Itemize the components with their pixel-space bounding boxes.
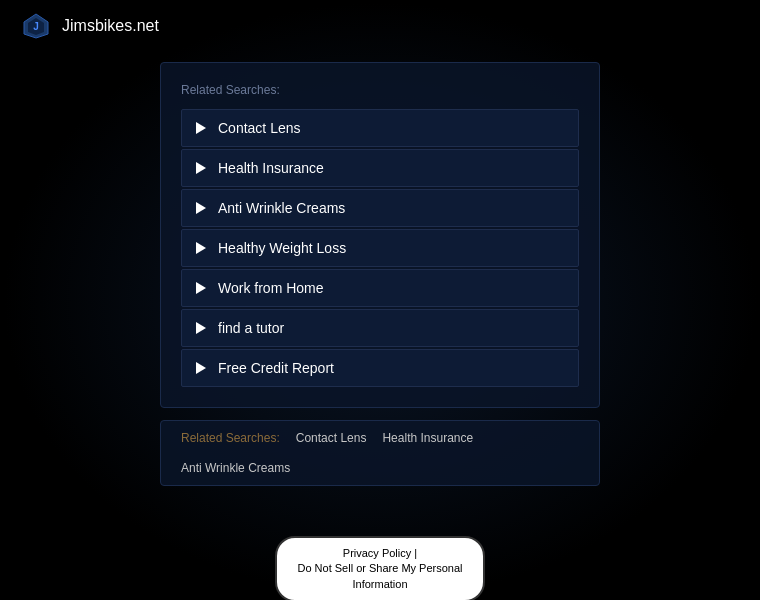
privacy-button[interactable]: Privacy Policy | Do Not Sell or Share My… (275, 536, 484, 600)
bottom-bar-inner: Related Searches: Contact LensHealth Ins… (160, 420, 600, 486)
search-item-label: Health Insurance (218, 160, 324, 176)
search-list-item[interactable]: Contact Lens (181, 109, 579, 147)
bottom-bar: Related Searches: Contact LensHealth Ins… (0, 420, 760, 486)
bottom-bar-link[interactable]: Anti Wrinkle Creams (181, 461, 290, 475)
search-item-label: Healthy Weight Loss (218, 240, 346, 256)
play-icon (196, 162, 206, 174)
search-item-label: Anti Wrinkle Creams (218, 200, 345, 216)
svg-text:J: J (33, 21, 39, 32)
search-item-label: Free Credit Report (218, 360, 334, 376)
search-list: Contact LensHealth InsuranceAnti Wrinkle… (181, 109, 579, 387)
site-title: Jimsbikes.net (62, 17, 159, 35)
logo-icon: J (20, 10, 52, 42)
main-content: Related Searches: Contact LensHealth Ins… (0, 52, 760, 408)
privacy-container: Privacy Policy | Do Not Sell or Share My… (0, 536, 760, 600)
search-list-item[interactable]: Healthy Weight Loss (181, 229, 579, 267)
privacy-line3: Information (352, 578, 407, 590)
bottom-label: Related Searches: (181, 431, 280, 445)
play-icon (196, 282, 206, 294)
search-list-item[interactable]: Free Credit Report (181, 349, 579, 387)
search-list-item[interactable]: Anti Wrinkle Creams (181, 189, 579, 227)
search-item-label: Contact Lens (218, 120, 301, 136)
bottom-bar-link[interactable]: Contact Lens (296, 431, 367, 445)
search-item-label: Work from Home (218, 280, 324, 296)
play-icon (196, 322, 206, 334)
search-list-item[interactable]: Health Insurance (181, 149, 579, 187)
play-icon (196, 242, 206, 254)
card-label: Related Searches: (181, 83, 579, 97)
search-list-item[interactable]: find a tutor (181, 309, 579, 347)
search-list-item[interactable]: Work from Home (181, 269, 579, 307)
play-icon (196, 202, 206, 214)
play-icon (196, 362, 206, 374)
play-icon (196, 122, 206, 134)
privacy-line1: Privacy Policy | (343, 547, 417, 559)
header: J Jimsbikes.net (0, 0, 760, 52)
bottom-bar-link[interactable]: Health Insurance (382, 431, 473, 445)
privacy-line2: Do Not Sell or Share My Personal (297, 562, 462, 574)
search-card: Related Searches: Contact LensHealth Ins… (160, 62, 600, 408)
search-item-label: find a tutor (218, 320, 284, 336)
